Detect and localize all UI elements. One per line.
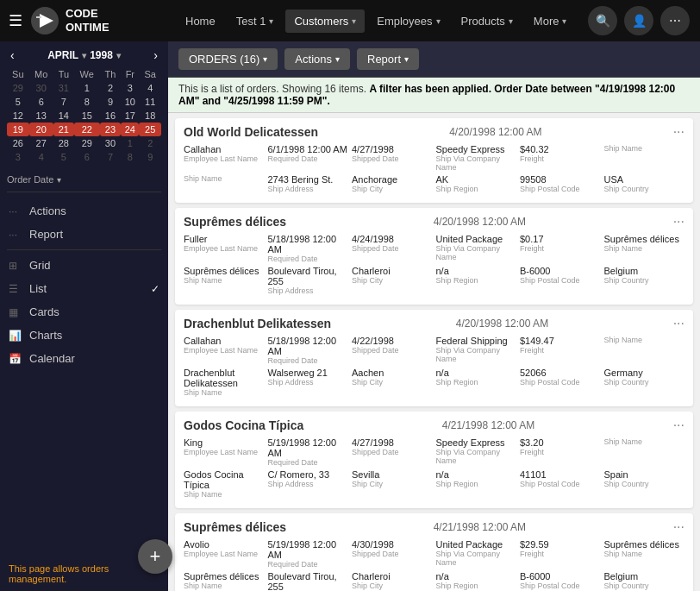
cal-day[interactable]: 18	[139, 109, 161, 123]
cal-day[interactable]: 8	[74, 95, 100, 109]
cal-next-button[interactable]: ›	[150, 48, 161, 62]
order-card: Old World Delicatessen4/20/1998 12:00 AM…	[175, 118, 693, 203]
cal-day[interactable]: 29	[74, 136, 100, 150]
nav-products[interactable]: Products ▾	[453, 9, 522, 33]
cal-day[interactable]: 31	[53, 81, 74, 95]
cal-day[interactable]: 1	[121, 136, 139, 150]
sidebar-header: ☰ CODE ONTIME	[0, 0, 168, 41]
cal-day[interactable]: 2	[100, 81, 122, 95]
nav-employees[interactable]: Employees ▾	[368, 9, 448, 33]
field-value: Charleroi	[352, 266, 433, 276]
cal-day[interactable]: 23	[100, 123, 122, 136]
order-more-button[interactable]: ···	[673, 418, 684, 432]
cal-day[interactable]: 1	[74, 81, 100, 95]
more-options-button[interactable]: ⋯	[660, 6, 690, 35]
nav-more[interactable]: More ▾	[525, 9, 576, 33]
add-fab-button[interactable]: +	[138, 539, 172, 574]
cal-day[interactable]: 6	[29, 95, 53, 109]
field-value: 4/24/1998	[352, 234, 433, 244]
cal-day[interactable]: 29	[7, 81, 29, 95]
order-more-button[interactable]: ···	[673, 317, 684, 330]
field-cell: Boulevard Tirou, 255Ship Address	[268, 266, 349, 295]
cal-day[interactable]: 19	[7, 123, 29, 136]
field-value: AK	[436, 174, 517, 185]
field-cell: n/aShip Region	[436, 469, 517, 499]
cal-day[interactable]: 30	[29, 81, 53, 95]
calendar-icon: 📅	[9, 353, 22, 365]
cal-prev-button[interactable]: ‹	[7, 48, 18, 62]
search-button[interactable]: 🔍	[588, 6, 617, 35]
nav-test1[interactable]: Test 1 ▾	[228, 9, 283, 33]
order-fields-row-1: CallahanEmployee Last Name6/1/1998 12:00…	[184, 144, 684, 172]
field-cell: 2743 Bering St.Ship Address	[268, 174, 349, 193]
cal-day[interactable]: 17	[121, 109, 139, 123]
sidebar-item-calendar[interactable]: 📅 Calendar	[0, 347, 168, 370]
cal-day[interactable]: 20	[29, 123, 53, 136]
cal-month[interactable]: APRIL	[47, 49, 78, 61]
field-cell: Federal ShippingShip Via Company Name	[436, 336, 517, 365]
cal-day[interactable]: 4	[139, 81, 161, 95]
sidebar-item-actions[interactable]: ··· Actions	[0, 199, 168, 223]
order-card: Drachenblut Delikatessen4/20/1998 12:00 …	[175, 310, 693, 406]
field-cell: Ship Name	[184, 174, 265, 193]
hamburger-menu[interactable]: ☰	[9, 11, 22, 30]
cal-day[interactable]: 11	[139, 95, 161, 109]
cal-day[interactable]: 21	[53, 123, 74, 136]
field-value: Suprêmes délices	[184, 571, 265, 582]
cal-day[interactable]: 12	[7, 109, 29, 123]
field-label: Ship Name	[604, 244, 685, 253]
cal-day[interactable]: 6	[74, 150, 100, 164]
cal-month-arrow[interactable]: ▾	[82, 51, 86, 60]
field-cell: Suprêmes délicesShip Name	[184, 266, 265, 295]
cal-day[interactable]: 15	[74, 109, 100, 123]
cal-day[interactable]: 16	[100, 109, 122, 123]
cal-day[interactable]: 30	[100, 136, 122, 150]
field-cell: Ship Name	[604, 437, 685, 467]
field-cell: CharleroiShip City	[352, 571, 433, 591]
cal-day[interactable]: 4	[29, 150, 53, 164]
user-button[interactable]: 👤	[624, 6, 653, 35]
field-value: n/a	[436, 571, 517, 582]
cal-day[interactable]: 9	[139, 150, 161, 164]
orders-button[interactable]: ORDERS (16) ▾	[178, 48, 278, 70]
cal-day[interactable]: 7	[53, 95, 74, 109]
order-more-button[interactable]: ···	[673, 125, 684, 139]
sidebar-item-cards[interactable]: ▦ Cards	[0, 300, 168, 324]
nav-customers[interactable]: Customers ▾	[285, 9, 365, 33]
cal-day[interactable]: 7	[100, 150, 122, 164]
order-more-button[interactable]: ···	[673, 215, 684, 229]
order-more-button[interactable]: ···	[673, 520, 684, 534]
field-label: Ship Address	[268, 185, 349, 193]
cal-year-arrow[interactable]: ▾	[116, 51, 121, 60]
cal-day[interactable]: 3	[7, 150, 29, 164]
order-date-filter[interactable]: Order Date ▾	[0, 171, 168, 188]
cal-day[interactable]: 24	[121, 123, 139, 136]
cal-day[interactable]: 10	[121, 95, 139, 109]
sidebar-item-charts[interactable]: 📊 Charts	[0, 324, 168, 347]
cal-day[interactable]: 28	[53, 136, 74, 150]
field-label: Ship Postal Code	[520, 276, 601, 285]
cal-day[interactable]: 13	[29, 109, 53, 123]
cal-day[interactable]: 2	[139, 136, 161, 150]
cal-day[interactable]: 3	[121, 81, 139, 95]
field-cell: Drachenblut DelikatessenShip Name	[184, 368, 265, 397]
cal-day[interactable]: 5	[53, 150, 74, 164]
cal-day[interactable]: 5	[7, 95, 29, 109]
report-button[interactable]: Report ▾	[357, 48, 419, 70]
cal-day[interactable]: 22	[74, 123, 100, 136]
cal-day[interactable]: 14	[53, 109, 74, 123]
cal-day[interactable]: 25	[139, 123, 161, 136]
cal-day[interactable]: 27	[29, 136, 53, 150]
order-fields-row-2: Godos Cocina TípicaShip NameC/ Romero, 3…	[184, 469, 684, 499]
sidebar-item-list[interactable]: ☰ List ✓	[0, 277, 168, 300]
sidebar-item-report[interactable]: ··· Report	[0, 223, 168, 246]
sidebar: ☰ CODE ONTIME ‹ APRIL ▾ 1998 ▾ › Su	[0, 0, 168, 591]
nav-home[interactable]: Home	[177, 9, 224, 33]
field-value: Suprêmes délices	[184, 266, 265, 276]
sidebar-item-grid[interactable]: ⊞ Grid	[0, 254, 168, 277]
actions-button[interactable]: Actions ▾	[284, 48, 350, 70]
app-logo-text: CODE ONTIME	[66, 7, 109, 34]
cal-day[interactable]: 8	[121, 150, 139, 164]
cal-day[interactable]: 9	[100, 95, 122, 109]
cal-day[interactable]: 26	[7, 136, 29, 150]
